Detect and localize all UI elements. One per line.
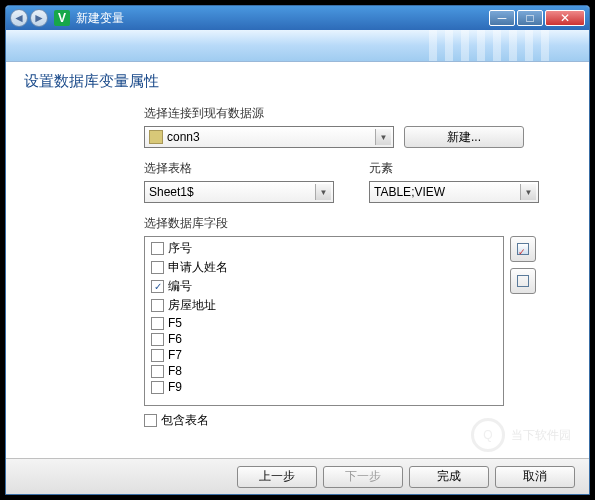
page-heading: 设置数据库变量属性 [24,72,571,91]
field-checkbox[interactable] [151,365,164,378]
field-label: F5 [168,316,182,330]
titlebar: ◄ ► V 新建变量 ─ □ ✕ [6,6,589,30]
list-item[interactable]: 申请人姓名 [147,258,501,277]
list-item[interactable]: F9 [147,379,501,395]
nav-back-button[interactable]: ◄ [10,9,28,27]
field-checkbox[interactable] [151,349,164,362]
new-connection-button[interactable]: 新建... [404,126,524,148]
check-all-button[interactable] [510,236,536,262]
include-table-label: 包含表名 [161,412,209,429]
chevron-down-icon: ▼ [315,184,331,200]
element-value: TABLE;VIEW [374,185,445,199]
close-button[interactable]: ✕ [545,10,585,26]
field-checkbox[interactable] [151,317,164,330]
field-checkbox[interactable] [151,261,164,274]
nav-forward-button[interactable]: ► [30,9,48,27]
table-label: 选择表格 [144,160,349,177]
field-label: 编号 [168,278,192,295]
form: 选择连接到现有数据源 conn3 ▼ 新建... 选择表格 Sheet1$ ▼ [144,105,574,429]
field-label: F8 [168,364,182,378]
table-select[interactable]: Sheet1$ ▼ [144,181,334,203]
list-item[interactable]: F5 [147,315,501,331]
element-select[interactable]: TABLE;VIEW ▼ [369,181,539,203]
field-checkbox[interactable]: ✓ [151,280,164,293]
field-label: 房屋地址 [168,297,216,314]
table-value: Sheet1$ [149,185,194,199]
arrow-right-icon: ► [33,11,45,25]
datasource-value: conn3 [167,130,200,144]
maximize-icon: □ [526,11,533,25]
field-checkbox[interactable] [151,381,164,394]
footer-buttons: 上一步 下一步 完成 取消 [6,458,589,494]
list-item[interactable]: F8 [147,363,501,379]
arrow-left-icon: ◄ [13,11,25,25]
database-icon [149,130,163,144]
list-item[interactable]: 序号 [147,239,501,258]
field-checkbox[interactable] [151,299,164,312]
chevron-down-icon: ▼ [520,184,536,200]
header-banner [6,30,589,62]
include-table-checkbox[interactable] [144,414,157,427]
prev-button[interactable]: 上一步 [237,466,317,488]
list-item[interactable]: F6 [147,331,501,347]
minimize-icon: ─ [498,11,507,25]
content-area: 设置数据库变量属性 选择连接到现有数据源 conn3 ▼ 新建... 选择表格 … [6,62,589,439]
field-label: 序号 [168,240,192,257]
watermark: Q 当下软件园 [471,418,571,452]
list-item[interactable]: F7 [147,347,501,363]
finish-button[interactable]: 完成 [409,466,489,488]
dialog-window: ◄ ► V 新建变量 ─ □ ✕ 设置数据库变量属性 选择连接到现有数据源 co… [5,5,590,495]
minimize-button[interactable]: ─ [489,10,515,26]
field-checkbox[interactable] [151,333,164,346]
app-icon: V [54,10,70,26]
datasource-select[interactable]: conn3 ▼ [144,126,394,148]
field-label: 申请人姓名 [168,259,228,276]
window-title: 新建变量 [76,10,489,27]
check-icon [517,243,529,255]
chevron-down-icon: ▼ [375,129,391,145]
field-checkbox[interactable] [151,242,164,255]
fields-listbox[interactable]: 序号申请人姓名✓编号房屋地址F5F6F7F8F9 [144,236,504,406]
window-controls: ─ □ ✕ [489,10,585,26]
element-label: 元素 [369,160,574,177]
next-button[interactable]: 下一步 [323,466,403,488]
field-label: F7 [168,348,182,362]
maximize-button[interactable]: □ [517,10,543,26]
fields-label: 选择数据库字段 [144,215,574,232]
close-icon: ✕ [560,11,570,25]
datasource-label: 选择连接到现有数据源 [144,105,574,122]
uncheck-icon [517,275,529,287]
watermark-icon: Q [471,418,505,452]
field-label: F9 [168,380,182,394]
uncheck-all-button[interactable] [510,268,536,294]
field-label: F6 [168,332,182,346]
list-item[interactable]: ✓编号 [147,277,501,296]
list-item[interactable]: 房屋地址 [147,296,501,315]
cancel-button[interactable]: 取消 [495,466,575,488]
